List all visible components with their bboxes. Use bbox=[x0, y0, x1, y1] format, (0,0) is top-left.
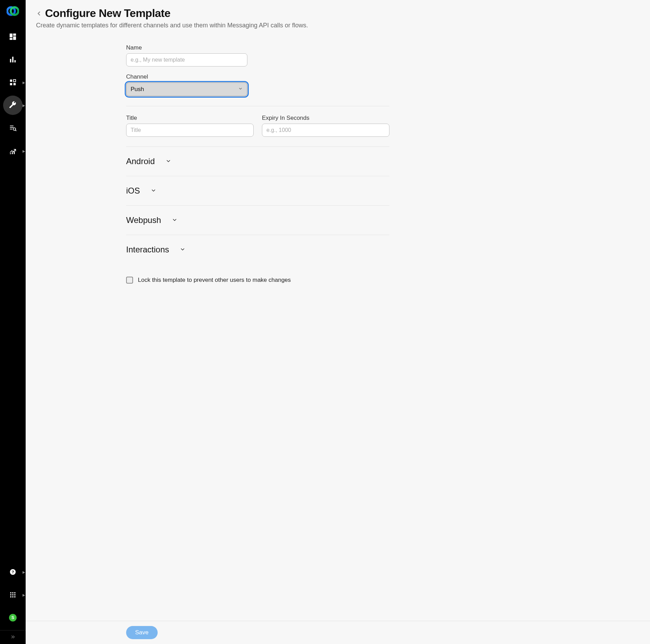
svg-rect-27 bbox=[12, 594, 13, 595]
bar-chart-icon bbox=[9, 56, 17, 63]
grid-icon bbox=[9, 591, 16, 598]
svg-rect-24 bbox=[12, 592, 13, 593]
svg-rect-20 bbox=[14, 151, 15, 154]
name-label: Name bbox=[126, 44, 389, 51]
svg-point-16 bbox=[13, 128, 16, 130]
accordion-ios[interactable]: iOS bbox=[126, 176, 389, 205]
footer: Save bbox=[26, 621, 650, 644]
title-input[interactable] bbox=[126, 124, 254, 137]
lock-label: Lock this template to prevent other user… bbox=[138, 277, 291, 284]
divider bbox=[126, 106, 389, 106]
svg-rect-8 bbox=[15, 60, 16, 62]
expiry-input[interactable] bbox=[262, 124, 389, 137]
nav-status[interactable]: S bbox=[3, 608, 23, 627]
svg-rect-26 bbox=[10, 594, 11, 595]
svg-rect-11 bbox=[10, 83, 12, 85]
caret-right-icon: ▶ bbox=[23, 593, 25, 597]
svg-rect-9 bbox=[10, 80, 12, 82]
caret-right-icon: ▶ bbox=[23, 570, 25, 574]
svg-rect-3 bbox=[13, 34, 16, 36]
accordion-android[interactable]: Android bbox=[126, 147, 389, 176]
expand-icon bbox=[10, 634, 16, 641]
svg-rect-28 bbox=[14, 594, 15, 595]
accordion-interactions-label: Interactions bbox=[126, 245, 169, 254]
back-button[interactable] bbox=[36, 9, 42, 18]
name-input[interactable] bbox=[126, 53, 247, 66]
svg-rect-7 bbox=[12, 57, 14, 63]
accordion-interactions[interactable]: Interactions bbox=[126, 235, 389, 264]
svg-rect-5 bbox=[10, 38, 12, 40]
webex-logo[interactable] bbox=[7, 5, 19, 19]
nav-list-search[interactable] bbox=[3, 118, 23, 138]
nav-grid[interactable]: ▶ bbox=[3, 585, 23, 605]
page-subtitle: Create dynamic templates for different c… bbox=[36, 22, 640, 29]
nav-dashboard[interactable] bbox=[3, 27, 23, 46]
channel-select[interactable]: Push bbox=[126, 82, 247, 96]
svg-rect-2 bbox=[10, 34, 12, 37]
chevron-down-icon bbox=[165, 156, 172, 166]
apps-grid-icon bbox=[9, 79, 17, 86]
main: Configure New Template Create dynamic te… bbox=[26, 0, 650, 644]
nav-apps[interactable]: ▶ bbox=[3, 73, 23, 92]
list-search-icon bbox=[9, 124, 17, 132]
expiry-label: Expiry In Seconds bbox=[262, 115, 389, 122]
accordion-webpush[interactable]: Webpush bbox=[126, 206, 389, 235]
svg-rect-12 bbox=[14, 83, 16, 85]
svg-rect-23 bbox=[10, 592, 11, 593]
wrench-icon bbox=[9, 101, 17, 109]
caret-right-icon: ▶ bbox=[23, 81, 25, 84]
form: Name Channel Push Title bbox=[126, 44, 389, 284]
nav-tools[interactable]: ▶ bbox=[3, 96, 23, 115]
chevron-down-icon bbox=[179, 245, 186, 254]
save-button[interactable]: Save bbox=[126, 626, 158, 639]
help-icon: ? bbox=[9, 569, 16, 575]
chevron-down-icon bbox=[238, 86, 243, 93]
accordion-ios-label: iOS bbox=[126, 186, 140, 196]
dashboard-icon bbox=[9, 33, 17, 41]
chevron-left-icon bbox=[36, 9, 42, 18]
caret-right-icon: ▶ bbox=[23, 149, 25, 153]
header: Configure New Template Create dynamic te… bbox=[26, 0, 650, 32]
svg-rect-10 bbox=[14, 80, 16, 82]
svg-line-17 bbox=[15, 130, 16, 131]
accordion-webpush-label: Webpush bbox=[126, 215, 161, 225]
svg-rect-19 bbox=[12, 152, 13, 154]
svg-rect-31 bbox=[14, 596, 15, 597]
sidebar-collapse[interactable] bbox=[0, 630, 26, 644]
chevron-down-icon bbox=[172, 215, 178, 225]
trend-up-icon bbox=[9, 147, 17, 155]
page-title: Configure New Template bbox=[45, 7, 170, 20]
status-icon: S bbox=[9, 614, 17, 621]
svg-rect-29 bbox=[10, 596, 11, 597]
title-label: Title bbox=[126, 115, 254, 122]
accordion-android-label: Android bbox=[126, 156, 155, 166]
nav-help[interactable]: ? ▶ bbox=[3, 562, 23, 582]
svg-rect-18 bbox=[10, 153, 11, 154]
channel-label: Channel bbox=[126, 73, 389, 80]
svg-rect-30 bbox=[12, 596, 13, 597]
sidebar: ▶ ▶ ▶ bbox=[0, 0, 26, 644]
svg-rect-4 bbox=[13, 36, 16, 40]
chevron-down-icon bbox=[150, 186, 157, 196]
caret-right-icon: ▶ bbox=[23, 104, 25, 107]
svg-rect-6 bbox=[10, 59, 11, 62]
nav-growth[interactable]: ▶ bbox=[3, 141, 23, 161]
svg-text:?: ? bbox=[11, 570, 14, 574]
nav-stats[interactable] bbox=[3, 50, 23, 69]
status-letter: S bbox=[11, 615, 14, 620]
channel-selected-value: Push bbox=[131, 86, 144, 93]
lock-checkbox[interactable] bbox=[126, 277, 133, 284]
svg-rect-25 bbox=[14, 592, 15, 593]
